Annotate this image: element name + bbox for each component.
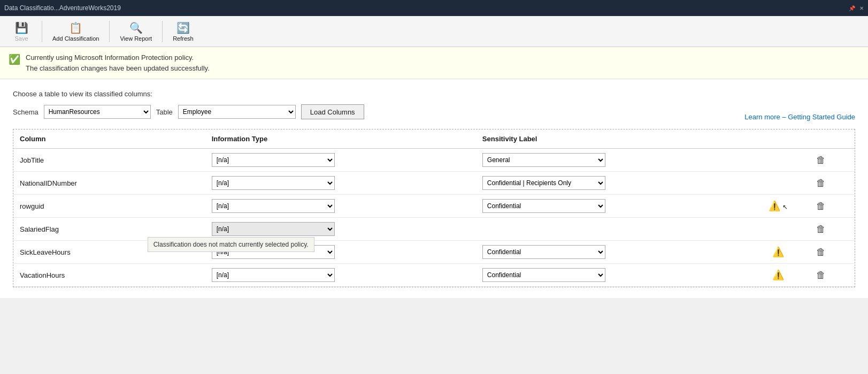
column-header-sensitivity: Sensitivity Label <box>476 129 747 149</box>
warning-cell: ⚠️ <box>747 241 810 264</box>
info-type-cell: [n/a]BankingCredit CardFinancialHealthNa… <box>205 241 476 264</box>
toolbar: 💾 Save 📋 Add Classification 🔍 View Repor… <box>0 16 868 47</box>
sensitivity-select[interactable]: GeneralConfidentialConfidential | Recipi… <box>482 199 605 213</box>
notification-line1: Currently using Microsoft Information Pr… <box>26 52 210 63</box>
toolbar-separator-2 <box>109 21 110 42</box>
pin-icon[interactable]: 📌 <box>849 5 855 11</box>
column-name: SickLeaveHours <box>13 241 205 264</box>
info-type-tooltip-wrap: [n/a]BankingCredit CardFinancialHealthNa… <box>212 222 335 236</box>
info-type-select[interactable]: [n/a]BankingCredit CardFinancialHealthNa… <box>212 268 335 282</box>
sensitivity-cell <box>476 218 747 241</box>
main-content: Choose a table to view its classified co… <box>0 79 868 298</box>
refresh-button[interactable]: 🔄 Refresh <box>167 19 199 44</box>
table-row: SalariedFlag[n/a]BankingCredit CardFinan… <box>13 218 855 241</box>
warning-cell <box>747 149 810 172</box>
column-header-info-type: Information Type <box>205 129 476 149</box>
info-type-cell: [n/a]BankingCredit CardFinancialHealthNa… <box>205 264 476 287</box>
delete-cell: 🗑 <box>810 172 855 195</box>
sensitivity-select[interactable]: GeneralConfidentialConfidential | Recipi… <box>482 268 605 282</box>
title-bar-title: Data Classificatio...AdventureWorks2019 <box>4 4 844 12</box>
notification-line2: The classification changes have been upd… <box>26 63 210 74</box>
sensitivity-cell: GeneralConfidentialConfidential | Recipi… <box>476 241 747 264</box>
success-icon: ✅ <box>9 54 20 65</box>
save-button[interactable]: 💾 Save <box>5 19 37 44</box>
sensitivity-cell: GeneralConfidentialConfidential | Recipi… <box>476 264 747 287</box>
table-header: Column Information Type Sensitivity Labe… <box>13 129 855 149</box>
delete-cell: 🗑 <box>810 195 855 218</box>
delete-icon[interactable]: 🗑 <box>816 270 826 280</box>
delete-icon[interactable]: 🗑 <box>816 201 826 211</box>
sensitivity-select[interactable]: GeneralConfidentialConfidential | Recipi… <box>482 245 605 259</box>
schema-select[interactable]: HumanResources <box>44 105 151 119</box>
scroll-area[interactable]: Column Information Type Sensitivity Labe… <box>13 129 855 287</box>
info-type-select[interactable]: [n/a]BankingCredit CardFinancialHealthNa… <box>212 245 335 259</box>
learn-more-link[interactable]: Learn more – Getting Started Guide <box>744 113 855 121</box>
info-type-select[interactable]: [n/a]BankingCredit CardFinancialHealthNa… <box>212 176 335 190</box>
info-type-cell: [n/a]BankingCredit CardFinancialHealthNa… <box>205 218 476 241</box>
delete-cell: 🗑 <box>810 241 855 264</box>
column-header-column: Column <box>13 129 205 149</box>
delete-icon[interactable]: 🗑 <box>816 155 826 165</box>
view-report-label: View Report <box>120 35 152 42</box>
controls-row: Schema HumanResources Table Employee Loa… <box>13 104 855 129</box>
table-row: JobTitle[n/a]BankingCredit CardFinancial… <box>13 149 855 172</box>
close-icon[interactable]: ✕ <box>859 5 864 11</box>
info-type-cell: [n/a]BankingCredit CardFinancialHealthNa… <box>205 172 476 195</box>
sensitivity-cell: GeneralConfidentialConfidential | Recipi… <box>476 195 747 218</box>
refresh-label: Refresh <box>173 35 194 42</box>
section-label: Choose a table to view its classified co… <box>13 90 855 98</box>
classification-table: Column Information Type Sensitivity Labe… <box>13 129 855 287</box>
sensitivity-cell: GeneralConfidentialConfidential | Recipi… <box>476 172 747 195</box>
warning-cell <box>747 172 810 195</box>
notification-text: Currently using Microsoft Information Pr… <box>26 52 210 73</box>
info-type-cell: [n/a]BankingCredit CardFinancialHealthNa… <box>205 195 476 218</box>
info-type-select[interactable]: [n/a]BankingCredit CardFinancialHealthNa… <box>212 222 335 236</box>
warning-cell <box>747 218 810 241</box>
column-header-warning <box>747 129 810 149</box>
column-name: VacationHours <box>13 264 205 287</box>
title-bar: Data Classificatio...AdventureWorks2019 … <box>0 0 868 16</box>
table-row: rowguid[n/a]BankingCredit CardFinancialH… <box>13 195 855 218</box>
data-table-container: Column Information Type Sensitivity Labe… <box>13 129 855 287</box>
add-classification-label: Add Classification <box>52 35 99 42</box>
sensitivity-select[interactable]: GeneralConfidentialConfidential | Recipi… <box>482 176 605 190</box>
table-label: Table <box>156 108 173 116</box>
delete-cell: 🗑 <box>810 264 855 287</box>
delete-icon[interactable]: 🗑 <box>816 224 826 234</box>
cursor-indicator: ↖ <box>780 203 787 211</box>
info-type-cell: [n/a]BankingCredit CardFinancialHealthNa… <box>205 149 476 172</box>
sensitivity-select[interactable]: GeneralConfidentialConfidential | Recipi… <box>482 153 605 167</box>
toolbar-separator-3 <box>162 21 163 42</box>
delete-cell: 🗑 <box>810 218 855 241</box>
warning-cell: ⚠️ ↖ <box>747 195 810 218</box>
warning-cell: ⚠️ <box>747 264 810 287</box>
sensitivity-cell: GeneralConfidentialConfidential | Recipi… <box>476 149 747 172</box>
table-body: JobTitle[n/a]BankingCredit CardFinancial… <box>13 149 855 287</box>
delete-cell: 🗑 <box>810 149 855 172</box>
toolbar-separator-1 <box>42 21 42 42</box>
warning-icon: ⚠️ <box>772 270 784 280</box>
column-header-delete <box>810 129 855 149</box>
delete-icon[interactable]: 🗑 <box>816 247 826 257</box>
column-name: NationalIDNumber <box>13 172 205 195</box>
table-select[interactable]: Employee <box>178 105 296 119</box>
refresh-icon: 🔄 <box>176 21 190 34</box>
add-classification-button[interactable]: 📋 Add Classification <box>47 19 105 44</box>
column-name: JobTitle <box>13 149 205 172</box>
info-type-select[interactable]: [n/a]BankingCredit CardFinancialHealthNa… <box>212 153 335 167</box>
table-row: NationalIDNumber[n/a]BankingCredit CardF… <box>13 172 855 195</box>
column-name: rowguid <box>13 195 205 218</box>
notification-bar: ✅ Currently using Microsoft Information … <box>0 47 868 79</box>
info-type-select[interactable]: [n/a]BankingCredit CardFinancialHealthNa… <box>212 199 335 213</box>
view-report-button[interactable]: 🔍 View Report <box>114 19 158 44</box>
table-row: SickLeaveHours[n/a]BankingCredit CardFin… <box>13 241 855 264</box>
delete-icon[interactable]: 🗑 <box>816 178 826 188</box>
column-name: SalariedFlag <box>13 218 205 241</box>
schema-label: Schema <box>13 108 39 116</box>
load-columns-button[interactable]: Load Columns <box>301 104 364 119</box>
view-report-icon: 🔍 <box>129 21 143 34</box>
save-icon: 💾 <box>15 21 28 34</box>
table-row: VacationHours[n/a]BankingCredit CardFina… <box>13 264 855 287</box>
warning-icon: ⚠️ <box>769 201 780 211</box>
schema-table-selectors: Schema HumanResources Table Employee Loa… <box>13 104 364 119</box>
